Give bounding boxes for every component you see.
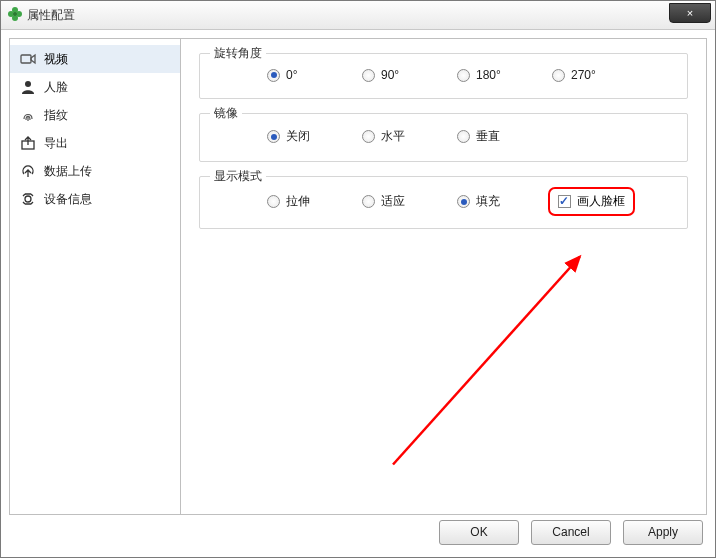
rotation-option-270[interactable]: 270° [552, 68, 647, 82]
cancel-button[interactable]: Cancel [531, 520, 611, 545]
display-option-facebox[interactable]: 画人脸框 [552, 191, 631, 212]
radio-icon [457, 130, 470, 143]
svg-point-6 [25, 81, 31, 87]
radio-icon [362, 69, 375, 82]
display-option-stretch[interactable]: 拉伸 [267, 193, 362, 210]
sidebar-item-face[interactable]: 人脸 [10, 73, 180, 101]
dialog-body: 视频 人脸 指纹 导出 [1, 30, 715, 557]
mirror-options: 关闭 水平 垂直 [212, 128, 675, 145]
fieldset-mirror: 镜像 关闭 水平 垂直 [199, 113, 688, 162]
close-button[interactable]: × [669, 3, 711, 23]
button-label: Cancel [552, 525, 589, 539]
legend-display: 显示模式 [210, 168, 266, 185]
rotation-option-180[interactable]: 180° [457, 68, 552, 82]
radio-label: 关闭 [286, 128, 310, 145]
inner-frame: 视频 人脸 指纹 导出 [9, 38, 707, 515]
sidebar-item-fingerprint[interactable]: 指纹 [10, 101, 180, 129]
legend-rotation: 旋转角度 [210, 45, 266, 62]
dialog-footer: OK Cancel Apply [9, 515, 707, 549]
radio-icon [362, 130, 375, 143]
display-option-fill[interactable]: 填充 [457, 193, 552, 210]
sidebar-item-device-info[interactable]: 设备信息 [10, 185, 180, 213]
export-icon [20, 135, 36, 151]
upload-icon [20, 163, 36, 179]
radio-label: 垂直 [476, 128, 500, 145]
dialog-title: 属性配置 [27, 7, 75, 24]
mirror-option-vertical[interactable]: 垂直 [457, 128, 552, 145]
mirror-option-horizontal[interactable]: 水平 [362, 128, 457, 145]
radio-label: 0° [286, 68, 297, 82]
radio-icon [457, 69, 470, 82]
button-label: Apply [648, 525, 678, 539]
sidebar-item-label: 数据上传 [44, 163, 92, 180]
dialog-window: 属性配置 × 视频 人脸 [0, 0, 716, 558]
radio-icon [362, 195, 375, 208]
radio-label: 90° [381, 68, 399, 82]
info-icon [20, 191, 36, 207]
radio-icon [552, 69, 565, 82]
apply-button[interactable]: Apply [623, 520, 703, 545]
rotation-option-90[interactable]: 90° [362, 68, 457, 82]
clover-icon [7, 6, 23, 25]
sidebar-item-label: 指纹 [44, 107, 68, 124]
sidebar-item-upload[interactable]: 数据上传 [10, 157, 180, 185]
radio-label: 180° [476, 68, 501, 82]
svg-line-9 [393, 257, 580, 465]
radio-label: 适应 [381, 193, 405, 210]
sidebar-item-label: 导出 [44, 135, 68, 152]
fieldset-rotation: 旋转角度 0° 90° 180° [199, 53, 688, 99]
display-options: 拉伸 适应 填充 画人脸框 [212, 191, 675, 212]
face-icon [20, 79, 36, 95]
checkbox-icon [558, 195, 571, 208]
radio-label: 270° [571, 68, 596, 82]
rotation-option-0[interactable]: 0° [267, 68, 362, 82]
fingerprint-icon [20, 107, 36, 123]
sidebar-item-label: 人脸 [44, 79, 68, 96]
button-label: OK [470, 525, 487, 539]
titlebar: 属性配置 × [1, 1, 715, 30]
svg-point-4 [13, 12, 17, 16]
close-icon: × [687, 7, 693, 19]
radio-icon [267, 195, 280, 208]
sidebar-item-export[interactable]: 导出 [10, 129, 180, 157]
checkbox-label: 画人脸框 [577, 193, 625, 210]
radio-label: 填充 [476, 193, 500, 210]
radio-icon [457, 195, 470, 208]
radio-icon [267, 69, 280, 82]
ok-button[interactable]: OK [439, 520, 519, 545]
rotation-options: 0° 90° 180° 270° [212, 68, 675, 82]
svg-point-8 [25, 196, 31, 202]
fieldset-display: 显示模式 拉伸 适应 填充 [199, 176, 688, 229]
legend-mirror: 镜像 [210, 105, 242, 122]
annotation-arrow [181, 39, 706, 514]
sidebar-item-video[interactable]: 视频 [10, 45, 180, 73]
radio-icon [267, 130, 280, 143]
radio-label: 拉伸 [286, 193, 310, 210]
mirror-option-off[interactable]: 关闭 [267, 128, 362, 145]
camera-icon [20, 51, 36, 67]
svg-rect-5 [21, 55, 31, 63]
display-option-fit[interactable]: 适应 [362, 193, 457, 210]
sidebar-item-label: 视频 [44, 51, 68, 68]
sidebar: 视频 人脸 指纹 导出 [10, 39, 181, 514]
radio-label: 水平 [381, 128, 405, 145]
content-panel: 旋转角度 0° 90° 180° [181, 39, 706, 514]
sidebar-item-label: 设备信息 [44, 191, 92, 208]
